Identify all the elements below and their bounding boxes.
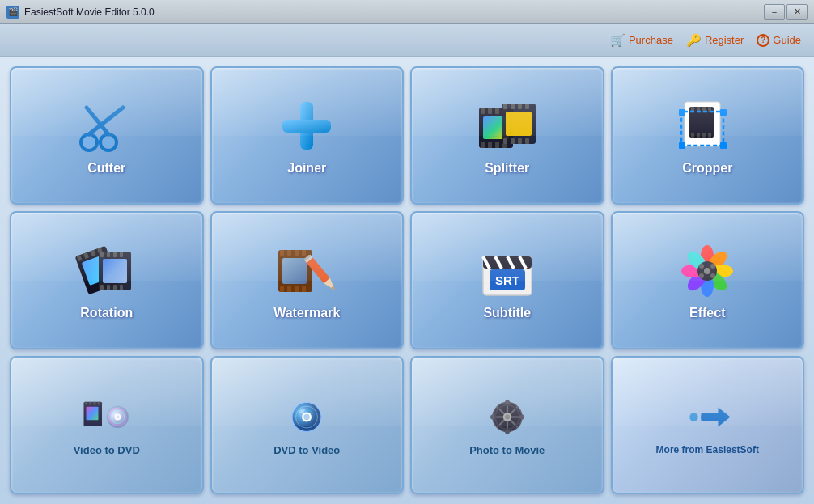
register-icon: 🔑: [686, 33, 702, 48]
svg-point-125: [505, 400, 510, 404]
watermark-icon: [274, 240, 339, 301]
svg-point-4: [84, 138, 94, 147]
svg-rect-35: [697, 133, 700, 138]
svg-rect-10: [488, 108, 492, 114]
guide-label: Guide: [773, 34, 801, 46]
watermark-label: Watermark: [273, 306, 340, 320]
title-bar-left: 🎬 EasiestSoft Movie Editor 5.0.0: [6, 6, 155, 19]
close-button[interactable]: ✕: [786, 4, 808, 20]
dvd-to-video-icon: [282, 395, 331, 439]
svg-point-110: [304, 413, 311, 420]
subtitle-label: Subtitle: [483, 306, 531, 320]
svg-rect-23: [503, 138, 507, 144]
main-grid: Cutter J: [0, 57, 814, 504]
app-title: EasiestSoft Movie Editor 5.0.0: [24, 6, 155, 18]
subtitle-button[interactable]: SRT Subtitle: [410, 211, 604, 349]
joiner-icon: [274, 95, 339, 156]
effect-icon: [675, 240, 740, 301]
photo-to-movie-button[interactable]: Photo to Movie: [410, 356, 604, 494]
svg-rect-55: [107, 285, 110, 290]
svg-rect-42: [720, 142, 727, 149]
cutter-icon: [74, 95, 139, 156]
svg-rect-53: [120, 252, 123, 257]
svg-rect-66: [295, 286, 299, 292]
svg-rect-39: [679, 109, 685, 116]
photo-to-movie-icon: [483, 395, 532, 439]
svg-rect-9: [481, 108, 485, 114]
joiner-button[interactable]: Joiner: [210, 66, 405, 205]
svg-rect-25: [518, 138, 522, 144]
svg-rect-22: [525, 104, 529, 109]
svg-rect-67: [302, 286, 306, 292]
effect-button[interactable]: Effect: [611, 211, 805, 349]
svg-point-92: [699, 264, 704, 269]
svg-rect-13: [481, 142, 485, 148]
guide-button[interactable]: ? Guide: [757, 34, 801, 47]
svg-rect-11: [495, 108, 499, 114]
cropper-button[interactable]: Cropper: [611, 66, 805, 205]
svg-rect-99: [93, 401, 95, 404]
svg-rect-101: [86, 406, 98, 420]
rotation-label: Rotation: [80, 306, 133, 320]
dvd-to-video-button[interactable]: DVD to Video: [210, 356, 405, 494]
svg-rect-62: [295, 250, 299, 256]
app-icon: 🎬: [6, 6, 19, 19]
svg-point-105: [116, 415, 120, 419]
svg-rect-54: [100, 285, 104, 290]
svg-rect-34: [691, 133, 694, 138]
svg-rect-7: [282, 120, 331, 133]
purchase-button[interactable]: 🛒 Purchase: [610, 33, 673, 48]
svg-rect-100: [98, 401, 100, 404]
svg-rect-64: [280, 286, 284, 292]
svg-rect-68: [282, 258, 307, 284]
photo-to-movie-label: Photo to Movie: [469, 444, 545, 456]
purchase-icon: 🛒: [610, 33, 625, 48]
title-bar: 🎬 EasiestSoft Movie Editor 5.0.0 − ✕: [0, 0, 814, 24]
purchase-label: Purchase: [629, 34, 673, 46]
svg-rect-58: [103, 259, 127, 283]
svg-rect-40: [720, 109, 727, 116]
register-label: Register: [705, 34, 744, 46]
rotation-button[interactable]: Rotation: [10, 211, 204, 349]
splitter-label: Splitter: [485, 161, 529, 176]
svg-rect-37: [708, 133, 711, 138]
rotation-icon: [74, 240, 139, 301]
more-button[interactable]: More from EasiestSoft: [611, 356, 805, 494]
svg-point-91: [704, 268, 710, 274]
svg-point-93: [710, 264, 715, 269]
cutter-button[interactable]: Cutter: [10, 66, 204, 205]
grid-row-2: Rotation: [10, 211, 804, 349]
svg-point-5: [104, 138, 113, 147]
minimize-button[interactable]: −: [764, 4, 785, 20]
svg-rect-15: [495, 142, 499, 148]
svg-rect-41: [679, 142, 685, 149]
joiner-label: Joiner: [287, 161, 326, 176]
svg-rect-135: [702, 413, 720, 421]
svg-point-130: [505, 414, 510, 419]
svg-rect-24: [511, 138, 515, 144]
video-to-dvd-label: Video to DVD: [74, 444, 140, 456]
svg-rect-56: [113, 285, 117, 290]
svg-rect-50: [100, 252, 104, 257]
splitter-button[interactable]: Splitter: [410, 66, 604, 205]
video-to-dvd-icon: [83, 395, 131, 439]
svg-marker-134: [719, 408, 731, 427]
dvd-to-video-label: DVD to Video: [273, 444, 340, 456]
register-button[interactable]: 🔑 Register: [686, 33, 744, 48]
svg-rect-61: [287, 250, 291, 256]
svg-rect-60: [280, 250, 284, 256]
svg-rect-97: [85, 401, 87, 404]
svg-rect-63: [302, 250, 306, 256]
svg-point-131: [690, 413, 699, 421]
video-to-dvd-button[interactable]: Video to DVD: [10, 356, 204, 494]
more-icon: [683, 395, 731, 439]
svg-point-94: [699, 273, 704, 278]
splitter-icon: [475, 95, 540, 156]
title-buttons: − ✕: [764, 4, 808, 20]
more-label: More from EasiestSoft: [656, 444, 759, 455]
grid-row-bottom: Video to DVD: [10, 356, 804, 494]
watermark-button[interactable]: Watermark: [210, 211, 405, 349]
svg-rect-36: [702, 133, 706, 138]
toolbar: 🛒 Purchase 🔑 Register ? Guide: [0, 24, 814, 57]
svg-text:SRT: SRT: [495, 273, 519, 287]
